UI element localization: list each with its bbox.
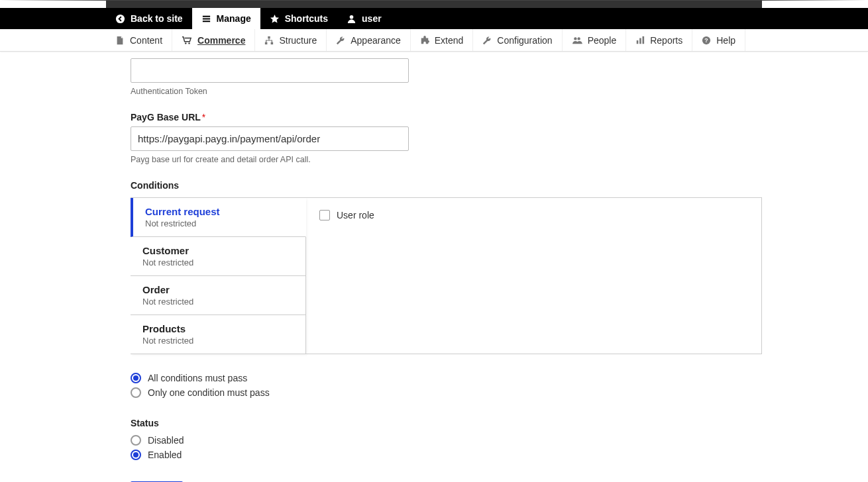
radio-one-label: Only one condition must pass [148, 387, 270, 398]
vtab-customer[interactable]: Customer Not restricted [131, 237, 306, 276]
admin-toolbar: Back to site Manage Shortcuts user [0, 8, 868, 29]
vtab-sub: Not restricted [142, 297, 294, 307]
nav-structure-label: Structure [279, 35, 317, 46]
vtab-sub: Not restricted [142, 336, 294, 346]
chevron-left-circle-icon [115, 14, 125, 24]
nav-people-label: People [588, 35, 617, 46]
radio-status-enabled[interactable]: Enabled [131, 450, 762, 460]
shortcuts-label: Shortcuts [285, 13, 328, 24]
back-to-site-link[interactable]: Back to site [106, 8, 192, 29]
vtab-products[interactable]: Products Not restricted [131, 315, 306, 354]
vtab-label: Products [142, 323, 294, 334]
vtab-sub: Not restricted [145, 218, 294, 228]
status-enabled-label: Enabled [148, 450, 182, 460]
nav-help[interactable]: ? Help [692, 29, 745, 51]
question-circle-icon: ? [702, 36, 711, 45]
bar-chart-icon [635, 36, 645, 45]
radio-one-condition[interactable]: Only one condition must pass [131, 387, 762, 398]
radio-icon [131, 387, 141, 398]
svg-point-7 [574, 37, 576, 40]
secondary-nav: Content Commerce Structure Appearance Ex… [0, 29, 868, 52]
nav-commerce[interactable]: Commerce [172, 29, 255, 51]
status-radios: Disabled Enabled [131, 435, 762, 460]
vtab-label: Customer [142, 245, 294, 256]
user-tab[interactable]: user [337, 8, 391, 29]
radio-all-label: All conditions must pass [148, 373, 247, 383]
nav-extend[interactable]: Extend [411, 29, 474, 51]
svg-point-3 [188, 42, 190, 44]
wrench-icon [482, 36, 492, 45]
page-content: Authentication Token PayG Base URL* Payg… [0, 58, 868, 482]
nav-extend-label: Extend [435, 35, 464, 46]
radio-icon [131, 450, 141, 460]
svg-point-1 [350, 15, 354, 19]
status-heading: Status [131, 418, 762, 428]
svg-point-0 [116, 14, 125, 23]
nav-reports[interactable]: Reports [626, 29, 692, 51]
radio-icon [131, 373, 141, 383]
puzzle-icon [420, 36, 429, 45]
hamburger-icon [201, 14, 211, 24]
svg-rect-10 [639, 38, 641, 44]
vertical-tabs-panel: User role [306, 198, 762, 354]
radio-all-conditions[interactable]: All conditions must pass [131, 373, 762, 383]
required-marker: * [202, 112, 205, 122]
svg-rect-9 [637, 40, 639, 44]
vtab-label: Order [142, 284, 294, 295]
vtab-sub: Not restricted [142, 258, 294, 267]
vtab-order[interactable]: Order Not restricted [131, 276, 306, 315]
svg-text:?: ? [705, 37, 708, 44]
star-icon [270, 14, 280, 24]
nav-commerce-label: Commerce [197, 35, 245, 46]
svg-rect-11 [643, 36, 645, 43]
nav-people[interactable]: People [563, 29, 627, 51]
vertical-tabs-list: Current request Not restricted Customer … [131, 198, 306, 354]
svg-point-2 [185, 42, 186, 44]
base-url-label-text: PayG Base URL [131, 112, 201, 122]
auth-token-description: Authentication Token [131, 87, 762, 96]
cart-icon [182, 36, 192, 45]
base-url-description: Payg base url for create and detail orde… [131, 155, 762, 164]
back-to-site-label: Back to site [131, 13, 183, 24]
conditions-vertical-tabs: Current request Not restricted Customer … [131, 197, 762, 354]
nav-content-label: Content [130, 35, 162, 46]
svg-rect-6 [271, 42, 274, 44]
nav-help-label: Help [716, 35, 735, 46]
wrench-icon [336, 36, 345, 45]
svg-rect-4 [268, 36, 271, 38]
condition-logic-radios: All conditions must pass Only one condit… [131, 373, 762, 398]
user-label: user [362, 13, 382, 24]
svg-rect-5 [265, 42, 268, 44]
auth-token-input[interactable] [131, 58, 409, 83]
nav-configuration-label: Configuration [497, 35, 552, 46]
manage-label: Manage [217, 13, 251, 24]
radio-status-disabled[interactable]: Disabled [131, 435, 762, 446]
status-disabled-label: Disabled [148, 435, 184, 446]
browser-chrome-strip [0, 0, 868, 8]
base-url-input[interactable] [131, 126, 409, 151]
nav-appearance-label: Appearance [351, 35, 401, 46]
radio-icon [131, 435, 141, 446]
sitemap-icon [264, 36, 274, 45]
shortcuts-tab[interactable]: Shortcuts [260, 8, 337, 29]
nav-content[interactable]: Content [106, 29, 172, 51]
nav-structure[interactable]: Structure [255, 29, 327, 51]
conditions-heading: Conditions [131, 180, 762, 191]
user-role-label: User role [337, 210, 374, 220]
svg-point-8 [577, 37, 580, 40]
user-role-checkbox-row[interactable]: User role [319, 210, 748, 220]
manage-tab[interactable]: Manage [192, 8, 260, 29]
nav-configuration[interactable]: Configuration [473, 29, 562, 51]
people-icon [572, 36, 582, 45]
user-icon [347, 14, 356, 24]
checkbox-icon [319, 210, 330, 220]
vtab-label: Current request [145, 206, 294, 217]
vtab-current-request[interactable]: Current request Not restricted [131, 198, 306, 237]
document-icon [115, 36, 125, 45]
nav-reports-label: Reports [650, 35, 682, 46]
base-url-label: PayG Base URL* [131, 112, 762, 122]
nav-appearance[interactable]: Appearance [327, 29, 411, 51]
